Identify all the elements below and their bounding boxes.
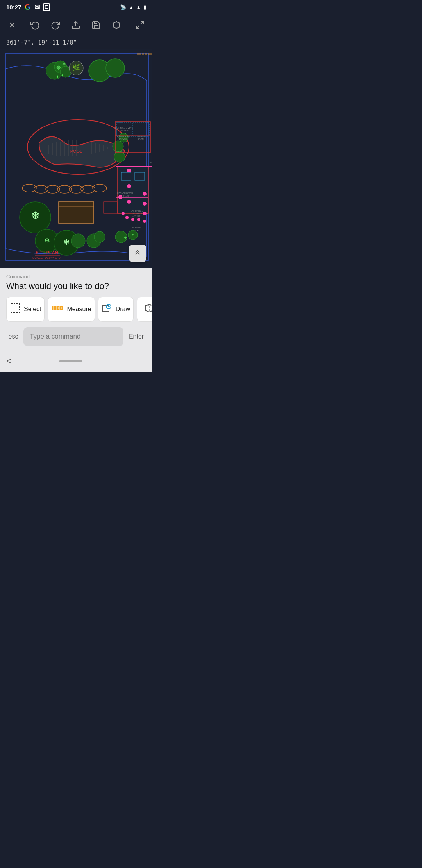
- svg-text:FORC...: FORC...: [148, 161, 152, 164]
- svg-rect-120: [11, 304, 20, 312]
- svg-text:✦: ✦: [55, 74, 59, 80]
- svg-text:FORMAL LIVING: FORMAL LIVING: [115, 127, 133, 129]
- svg-text:❋: ❋: [62, 61, 66, 67]
- svg-text:ROOM: ROOM: [138, 138, 144, 140]
- svg-rect-88: [59, 202, 94, 223]
- svg-text:ENTRANCE: ENTRANCE: [130, 226, 143, 229]
- coordinates-bar: 361'-7", 19'-11 1/8": [0, 36, 152, 49]
- measure-button[interactable]: Measure: [48, 297, 95, 322]
- time-display: 10:27: [6, 4, 21, 11]
- svg-point-3: [113, 22, 120, 28]
- svg-point-67: [119, 133, 128, 142]
- svg-text:DINING: DINING: [137, 135, 145, 138]
- svg-point-45: [122, 212, 125, 215]
- svg-point-48: [137, 218, 140, 221]
- command-input-row: esc Enter: [6, 327, 146, 346]
- battery-icon: ▮: [143, 4, 146, 10]
- svg-text:BEDROOM: BEDROOM: [117, 135, 129, 138]
- svg-text:SCALE: 1/16" = 1'-0": SCALE: 1/16" = 1'-0": [32, 256, 61, 260]
- status-bar: 10:27 ✉ ⊡ 📡 ▲ ▲ ▮: [0, 0, 152, 14]
- draw-label: Draw: [116, 306, 130, 313]
- svg-text:❄: ❄: [44, 237, 50, 244]
- app-icon-2: ⊡: [43, 3, 50, 11]
- svg-point-42: [143, 202, 147, 206]
- redo-button[interactable]: [49, 19, 62, 31]
- close-button[interactable]: [6, 19, 18, 31]
- svg-text:14'0"x12'0": 14'0"x12'0": [120, 195, 130, 197]
- svg-text:12'1"x6'0": 12'1"x6'0": [132, 229, 141, 231]
- svg-point-46: [125, 216, 129, 219]
- google-g-icon: [24, 4, 31, 11]
- toolbar-right: [134, 19, 146, 31]
- coordinates-value: 361'-7", 19'-11 1/8": [6, 39, 77, 46]
- collapse-button[interactable]: [129, 245, 146, 262]
- save-button[interactable]: [90, 19, 102, 31]
- svg-text:❄: ❄: [31, 210, 40, 222]
- svg-text:SITE PLAN: SITE PLAN: [36, 250, 58, 255]
- svg-line-8: [114, 22, 114, 22]
- svg-text:❄: ❄: [63, 238, 70, 246]
- svg-point-65: [113, 141, 123, 152]
- svg-text:✦: ✦: [61, 73, 64, 77]
- signal-icon: ▲: [136, 4, 141, 10]
- esc-button[interactable]: esc: [6, 333, 20, 340]
- bottom-panel: Command: What would you like to do? Sele…: [0, 268, 152, 352]
- svg-line-10: [119, 22, 119, 22]
- navigation-bar: <: [0, 352, 152, 372]
- svg-point-76: [94, 231, 105, 242]
- select-button[interactable]: Select: [6, 297, 45, 322]
- svg-point-49: [143, 220, 146, 223]
- svg-point-43: [143, 212, 147, 215]
- svg-text:LIVING ROOM: LIVING ROOM: [117, 192, 133, 194]
- cast-icon: 📡: [120, 4, 126, 10]
- drawing-canvas[interactable]: POOL: [0, 49, 152, 268]
- snap-button[interactable]: [110, 19, 123, 31]
- svg-text:20'0"x8'0": 20'0"x8'0": [120, 129, 129, 132]
- svg-line-12: [141, 22, 143, 24]
- command-label: Command:: [6, 274, 146, 280]
- more-icon: [144, 303, 152, 316]
- svg-point-47: [131, 218, 134, 221]
- action-buttons-row: Select Measure: [6, 297, 146, 322]
- toolbar-center: [29, 19, 123, 31]
- select-label: Select: [24, 306, 41, 313]
- measure-icon: [51, 304, 64, 314]
- undo-button[interactable]: [29, 19, 41, 31]
- wifi-icon: ▲: [129, 4, 134, 10]
- svg-rect-35: [117, 167, 148, 213]
- expand-button[interactable]: [134, 19, 146, 31]
- svg-line-13: [136, 26, 139, 29]
- svg-line-9: [119, 27, 119, 27]
- command-question: What would you like to do?: [6, 281, 146, 291]
- svg-point-132: [108, 306, 109, 307]
- status-time-area: 10:27 ✉ ⊡: [6, 3, 50, 11]
- svg-text:10'4"x9'0": 10'4"x9'0": [119, 138, 127, 140]
- svg-text:ENTRANCE: ENTRANCE: [130, 210, 143, 212]
- svg-point-74: [71, 234, 85, 248]
- toolbar-left: [6, 19, 18, 31]
- svg-point-64: [106, 59, 125, 77]
- home-indicator[interactable]: [59, 360, 82, 362]
- back-button[interactable]: <: [6, 356, 11, 366]
- svg-text:✦: ✦: [131, 233, 134, 237]
- more-button[interactable]: [137, 297, 152, 322]
- status-right-icons: 📡 ▲ ▲ ▮: [120, 4, 146, 10]
- draw-button[interactable]: Draw: [98, 297, 134, 322]
- command-input-field[interactable]: [23, 327, 123, 346]
- measure-label: Measure: [67, 306, 91, 313]
- draw-icon: [102, 303, 113, 316]
- svg-text:❋: ❋: [56, 65, 61, 71]
- enter-button[interactable]: Enter: [127, 333, 146, 340]
- svg-text:🌿: 🌿: [72, 64, 80, 71]
- svg-text:✦: ✦: [123, 235, 127, 240]
- share-button[interactable]: [70, 19, 82, 31]
- mail-icon: ✉: [34, 3, 40, 11]
- svg-text:10'4"x6'8": 10'4"x6'8": [132, 215, 141, 217]
- toolbar: [0, 14, 152, 36]
- svg-line-11: [114, 27, 114, 27]
- select-icon: [10, 303, 21, 316]
